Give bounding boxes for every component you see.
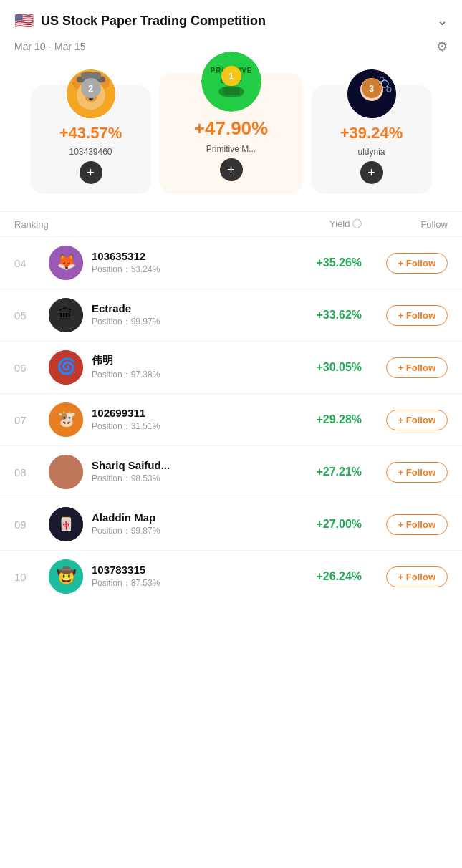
svg-text:🦊: 🦊 [57,252,77,271]
competition-title: US Stock Paper Trading Competition [41,14,266,29]
podium-card-2nd: 2 +43.57% 103439460 [31,85,151,194]
header: 🇺🇸 US Stock Paper Trading Competition ⌄ [0,0,462,36]
row-avatar-5: 🏛 [49,298,83,332]
row-rank-8: 08 [14,466,49,478]
filter-icon[interactable]: ⚙ [436,39,448,54]
podium-card-3rd: 3 +39.24% uldynia + [312,85,432,194]
col-ranking: Ranking [14,219,49,230]
row-follow-wrap-8: + Follow [362,462,448,483]
row-follow-wrap-4: + Follow [362,253,448,274]
podium: 2 +43.57% 103439460 [0,66,462,211]
row-yield-4: +35.26% [290,256,362,269]
svg-text:🐮: 🐮 [57,409,77,428]
row-follow-wrap-10: + Follow [362,566,448,587]
row-info-6: 伟明 Position：97.38% [92,354,290,381]
flag-icon: 🇺🇸 [14,11,34,30]
row-name-10: 103783315 [92,564,290,576]
row-avatar-wrap-6: 🌀 [49,350,83,385]
row-rank-7: 07 [14,414,49,426]
row-position-7: Position：31.51% [92,420,290,433]
row-follow-wrap-9: + Follow [362,514,448,535]
row-follow-wrap-6: + Follow [362,357,448,378]
podium-follow-btn-3rd[interactable]: + [360,161,383,184]
row-yield-7: +29.28% [290,413,362,426]
podium-name-3rd: uldynia [357,147,385,157]
row-position-9: Position：99.87% [92,525,290,537]
svg-text:🌀: 🌀 [57,357,77,376]
row-name-6: 伟明 [92,354,290,367]
row-avatar-9: 🀄 [49,507,83,541]
table-row: 08 Shariq Saifud... Position：98.53% +27.… [0,445,462,498]
row-position-5: Position：99.97% [92,316,290,328]
row-name-5: Ectrade [92,302,290,314]
row-yield-5: +33.62% [290,309,362,322]
row-rank-10: 10 [14,571,49,583]
table-row: 05 🏛 Ectrade Position：99.97% +33.62% + F… [0,289,462,341]
row-avatar-wrap-8 [49,455,83,489]
follow-button-8[interactable]: + Follow [386,462,448,483]
row-rank-4: 04 [14,257,49,269]
row-info-5: Ectrade Position：99.97% [92,302,290,328]
svg-text:🏛: 🏛 [59,307,73,322]
row-name-9: Aladdin Map [92,511,290,524]
podium-follow-btn-1st[interactable]: + [220,158,243,181]
follow-button-4[interactable]: + Follow [386,253,448,274]
follow-button-7[interactable]: + Follow [386,410,448,430]
row-position-10: Position：87.53% [92,577,290,589]
col-yield: Yield ⓘ [290,218,362,231]
row-yield-9: +27.00% [290,518,362,531]
row-avatar-8 [49,455,83,489]
rank-badge-2: 2 [81,78,101,98]
row-yield-8: +27.21% [290,466,362,478]
podium-follow-btn-2nd[interactable]: + [80,161,102,184]
row-info-8: Shariq Saifud... Position：98.53% [92,459,290,485]
table-header: Ranking Yield ⓘ Follow [0,211,462,236]
row-name-7: 102699311 [92,407,290,419]
table-row: 04 🦊 103635312 Position：53.24% +35.26% +… [0,236,462,289]
podium-yield-1st: +47.90% [194,117,268,140]
rank-badge-3: 3 [362,78,382,98]
podium-yield-3rd: +39.24% [340,124,403,143]
row-avatar-wrap-5: 🏛 [49,298,83,332]
podium-name-2nd: 103439460 [69,147,112,157]
row-avatar-7: 🐮 [49,402,83,437]
svg-rect-14 [223,87,240,95]
follow-button-6[interactable]: + Follow [386,357,448,378]
table-row: 10 🤠 103783315 Position：87.53% +26.24% +… [0,550,462,602]
row-info-9: Aladdin Map Position：99.87% [92,511,290,537]
row-name-8: Shariq Saifud... [92,459,290,471]
row-yield-10: +26.24% [290,570,362,583]
row-rank-9: 09 [14,519,49,531]
row-info-7: 102699311 Position：31.51% [92,407,290,433]
podium-card-1st: 1 PRIMITIVE CHEF +47.90% Primitive M... … [160,73,303,194]
row-follow-wrap-5: + Follow [362,305,448,326]
row-rank-6: 06 [14,362,49,374]
row-info-10: 103783315 Position：87.53% [92,564,290,589]
svg-point-30 [49,455,83,489]
svg-text:🤠: 🤠 [57,566,77,585]
date-range: Mar 10 - Mar 15 [14,41,86,52]
rank-badge-1: 1 [221,66,241,86]
row-position-4: Position：53.24% [92,264,290,276]
table-row: 09 🀄 Aladdin Map Position：99.87% +27.00%… [0,498,462,550]
row-avatar-wrap-4: 🦊 [49,246,83,280]
row-avatar-wrap-7: 🐮 [49,402,83,437]
follow-button-5[interactable]: + Follow [386,305,448,326]
row-position-6: Position：97.38% [92,369,290,381]
row-avatar-4: 🦊 [49,246,83,280]
col-follow: Follow [362,219,448,230]
header-left: 🇺🇸 US Stock Paper Trading Competition [14,11,266,30]
row-avatar-10: 🤠 [49,559,83,594]
follow-button-9[interactable]: + Follow [386,514,448,535]
row-rank-5: 05 [14,309,49,322]
row-avatar-wrap-9: 🀄 [49,507,83,541]
row-yield-6: +30.05% [290,361,362,374]
row-avatar-wrap-10: 🤠 [49,559,83,594]
follow-button-10[interactable]: + Follow [386,566,448,587]
row-position-8: Position：98.53% [92,473,290,485]
podium-yield-2nd: +43.57% [59,124,122,143]
row-avatar-6: 🌀 [49,350,83,385]
table-row: 06 🌀 伟明 Position：97.38% +30.05% + Follow [0,341,462,393]
svg-text:🀄: 🀄 [58,516,74,532]
chevron-down-icon[interactable]: ⌄ [437,13,448,29]
